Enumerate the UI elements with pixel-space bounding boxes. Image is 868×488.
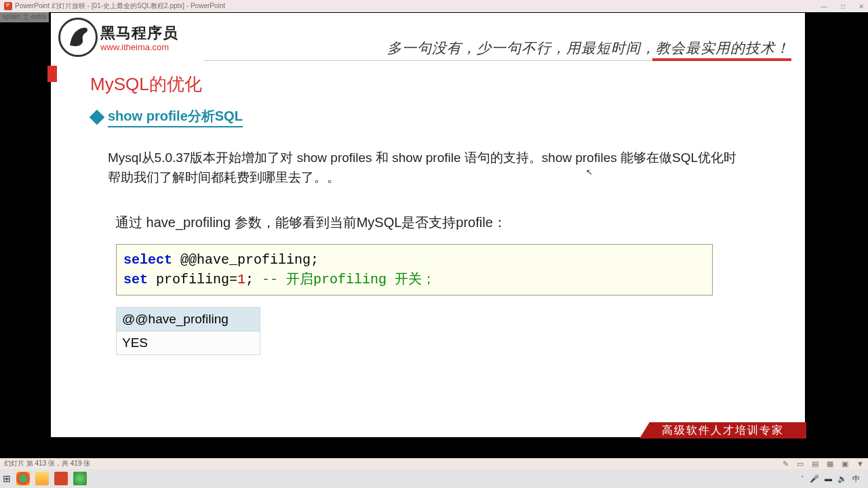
diamond-icon [90, 110, 105, 125]
ime-icon[interactable]: 中 [852, 474, 860, 484]
close-button[interactable]: ✕ [859, 3, 864, 10]
powerpoint-taskbar-icon[interactable] [54, 472, 68, 485]
logo-url: www.itheima.com [100, 42, 178, 52]
paragraph-1: Mysql从5.0.37版本开始增加了对 show profiles 和 sho… [108, 148, 745, 187]
status-bar: 幻灯片 第 413 张，共 419 张 ✎ ▭ ▤ ▦ ▣ ▼ [0, 458, 868, 469]
slogan-red-bar [652, 58, 791, 61]
mic-icon[interactable]: 🎤 [810, 474, 819, 483]
volume-icon[interactable]: 🔉 [837, 474, 847, 483]
result-value: YES [117, 331, 260, 354]
logo: 黑马程序员 www.itheima.com [58, 18, 178, 57]
top-left-meta: xplain 之 extra [0, 12, 49, 22]
start-button[interactable]: ⊞ [3, 473, 11, 484]
window-title: PowerPoint 幻灯片放映 - [01-史上最全的SQL教程2.pptx]… [15, 1, 225, 11]
result-table: @@have_profiling YES [116, 307, 260, 355]
code-block: select @@have_profiling; set profiling=1… [116, 244, 713, 296]
paragraph-2: 通过 have_profiling 参数，能够看到当前MySQL是否支持prof… [115, 214, 507, 232]
keyword-set: set [123, 272, 148, 287]
tray-chevron-icon[interactable]: ˄ [801, 475, 804, 482]
code-number: 1 [237, 272, 245, 287]
code-text: @@have_profiling; [172, 252, 319, 268]
reading-view-icon[interactable]: ▣ [842, 460, 848, 468]
logo-name: 黑马程序员 [100, 23, 178, 43]
code-text: ; [245, 272, 262, 287]
footer-ribbon: 高级软件人才培训专家 [639, 422, 806, 439]
slideshow-view-icon[interactable]: ▼ [856, 460, 864, 468]
code-text: profiling= [148, 272, 237, 287]
result-header: @@have_profiling [117, 308, 260, 331]
file-explorer-icon[interactable] [35, 472, 49, 485]
taskbar[interactable]: ⊞ ˄ 🎤 ▬ 🔉 中 [0, 469, 868, 488]
code-comment: -- 开启profiling 开关； [262, 272, 435, 287]
normal-view-icon[interactable]: ▤ [812, 460, 818, 468]
battery-icon[interactable]: ▬ [825, 474, 832, 483]
slide-counter: 幻灯片 第 413 张，共 419 张 [4, 459, 90, 468]
app-icon[interactable] [73, 472, 87, 485]
status-right: ✎ ▭ ▤ ▦ ▣ ▼ [783, 460, 864, 468]
section-heading: show profile分析SQL [92, 107, 243, 127]
page-title: MySQL的优化 [90, 73, 202, 96]
slideshow-viewport[interactable]: xplain 之 extra 黑马程序员 www.itheima.com 多一句… [0, 12, 868, 469]
sorter-view-icon[interactable]: ▦ [827, 460, 833, 468]
window-titlebar: PowerPoint 幻灯片放映 - [01-史上最全的SQL教程2.pptx]… [0, 0, 868, 12]
chrome-icon[interactable] [16, 472, 30, 485]
red-accent [47, 66, 57, 82]
logo-horse-icon [58, 18, 98, 57]
window-controls: — □ ✕ [821, 3, 864, 10]
slogan: 多一句没有，少一句不行，用最短时间，教会最实用的技术！ [387, 39, 790, 58]
powerpoint-icon [4, 2, 12, 10]
pen-tool-icon[interactable]: ✎ [783, 460, 789, 468]
keyword-select: select [123, 252, 172, 268]
maximize-button[interactable]: □ [841, 3, 845, 10]
minimize-button[interactable]: — [821, 3, 827, 10]
section-heading-text: show profile分析SQL [108, 107, 243, 127]
system-tray[interactable]: ˄ 🎤 ▬ 🔉 中 [801, 474, 865, 484]
subtitle-icon[interactable]: ▭ [797, 460, 804, 468]
slide: 黑马程序员 www.itheima.com 多一句没有，少一句不行，用最短时间，… [51, 13, 805, 437]
